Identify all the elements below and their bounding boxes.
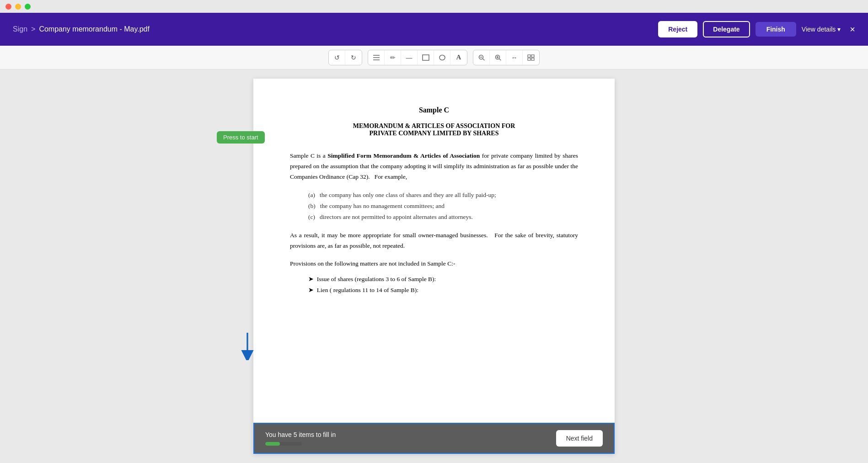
zoom-in-button[interactable] xyxy=(490,50,506,65)
main-content: Press to start Sample C MEMORANDUM & ART… xyxy=(0,69,868,463)
doc-list-1: (a) the company has only one class of sh… xyxy=(308,190,578,223)
fit-width-button[interactable]: ↔ xyxy=(506,50,523,65)
progress-bar xyxy=(265,442,302,446)
press-to-start-badge[interactable]: Press to start xyxy=(217,131,265,144)
doc-subtitle: MEMORANDUM & ARTICLES OF ASSOCIATION FOR… xyxy=(290,122,578,137)
breadcrumb-sign: Sign xyxy=(13,25,27,33)
list-item: ➤ Lien ( regulations 11 to 14 of Sample … xyxy=(308,285,578,296)
view-details-button[interactable]: View details ▾ xyxy=(802,26,841,33)
list-item: ➤ Issue of shares (regulations 3 to 6 of… xyxy=(308,274,578,285)
breadcrumb-separator: > xyxy=(31,25,35,33)
doc-list-2: ➤ Issue of shares (regulations 3 to 6 of… xyxy=(308,274,578,296)
header-actions: Reject Delegate Finish View details ▾ × xyxy=(658,21,855,37)
svg-line-6 xyxy=(482,59,484,60)
blue-arrow-icon xyxy=(236,333,259,360)
notification-info: You have 5 items to fill in xyxy=(265,431,336,446)
delegate-button[interactable]: Delegate xyxy=(703,21,750,37)
chevron-down-icon: ▾ xyxy=(837,26,841,33)
traffic-light-green[interactable] xyxy=(25,4,31,10)
svg-rect-15 xyxy=(531,58,534,60)
circle-tool-button[interactable] xyxy=(434,50,450,65)
toolbar-zoom-group: ↔ xyxy=(473,50,540,65)
pdf-document: Press to start Sample C MEMORANDUM & ART… xyxy=(253,79,615,454)
list-item: (a) the company has only one class of sh… xyxy=(308,190,578,201)
traffic-light-yellow[interactable] xyxy=(15,4,21,10)
reject-button[interactable]: Reject xyxy=(658,21,697,37)
line-tool-button[interactable]: — xyxy=(401,50,418,65)
toolbar: ↺ ↻ ✏ — A ↔ xyxy=(0,46,868,69)
breadcrumb-file: Company memorandum - May.pdf xyxy=(39,25,150,33)
header: Sign > Company memorandum - May.pdf Reje… xyxy=(0,13,868,46)
notification-text: You have 5 items to fill in xyxy=(265,431,336,438)
doc-paragraph-3: Provisions on the following matters are … xyxy=(290,259,578,269)
zoom-out-button[interactable] xyxy=(473,50,490,65)
svg-line-9 xyxy=(499,59,501,60)
list-item: (b) the company has no management commit… xyxy=(308,201,578,212)
close-button[interactable]: × xyxy=(850,24,855,35)
traffic-light-red[interactable] xyxy=(5,4,11,10)
breadcrumb: Sign > Company memorandum - May.pdf xyxy=(13,25,150,33)
doc-title: Sample C xyxy=(290,106,578,114)
lines-tool-button[interactable] xyxy=(368,50,385,65)
finish-button[interactable]: Finish xyxy=(755,22,796,37)
toolbar-draw-group: ✏ — A xyxy=(368,50,467,65)
rect-tool-button[interactable] xyxy=(418,50,434,65)
list-item: (c) directors are not permitted to appoi… xyxy=(308,212,578,223)
progress-bar-fill xyxy=(265,442,280,446)
svg-rect-3 xyxy=(423,55,429,60)
doc-paragraph-1: Sample C is a Simplified Form Memorandum… xyxy=(290,151,578,182)
doc-paragraph-2: As a result, it may be more appropriate … xyxy=(290,230,578,251)
undo-button[interactable]: ↺ xyxy=(329,50,345,65)
pen-tool-button[interactable]: ✏ xyxy=(385,50,401,65)
svg-rect-14 xyxy=(528,58,530,60)
notification-bar: You have 5 items to fill in Next field xyxy=(253,423,615,454)
toolbar-history-group: ↺ ↻ xyxy=(328,50,362,65)
svg-rect-13 xyxy=(531,55,534,57)
redo-button[interactable]: ↻ xyxy=(345,50,362,65)
svg-point-4 xyxy=(439,55,445,60)
grid-button[interactable] xyxy=(523,50,539,65)
titlebar xyxy=(0,0,868,13)
text-tool-button[interactable]: A xyxy=(450,50,467,65)
svg-rect-12 xyxy=(528,55,530,57)
next-field-button[interactable]: Next field xyxy=(556,430,603,447)
